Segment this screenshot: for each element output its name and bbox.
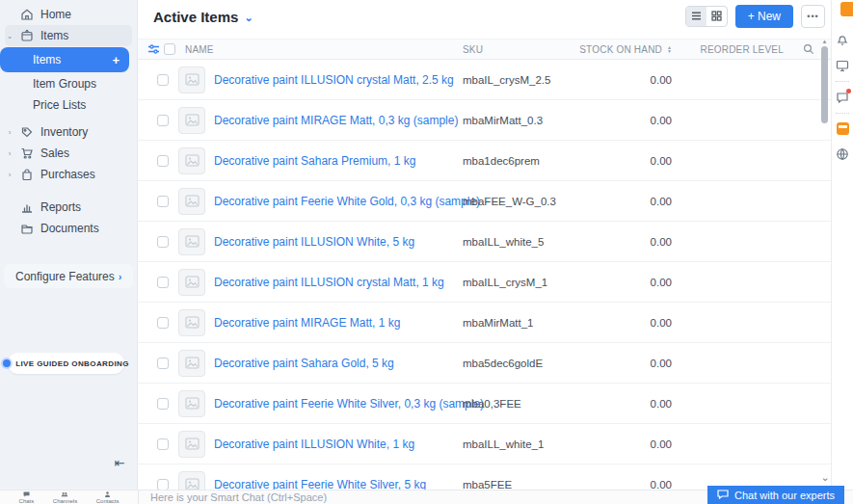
sidebar-subitem-price-lists[interactable]: Price Lists xyxy=(0,94,137,116)
table-row[interactable]: Decorative paint ILLUSION crystal Matt, … xyxy=(138,262,831,303)
item-name-link[interactable]: Decorative paint Feerie White Gold, 0,3 … xyxy=(214,195,480,208)
chat-notification-icon[interactable] xyxy=(836,91,849,104)
item-thumbnail xyxy=(178,107,205,134)
item-sku: mba5FEE xyxy=(463,479,512,491)
sidebar-item-purchases[interactable]: › Purchases xyxy=(0,164,137,185)
chevron-right-icon: › xyxy=(6,149,13,158)
folder-icon xyxy=(20,222,34,235)
monitor-icon[interactable] xyxy=(836,59,849,72)
row-checkbox[interactable] xyxy=(157,115,169,126)
item-sku: mba0,3FEE xyxy=(463,398,521,410)
new-button[interactable]: + New xyxy=(735,5,793,28)
sidebar-item-label: Items xyxy=(33,53,61,66)
row-checkbox[interactable] xyxy=(157,438,169,450)
scroll-up-arrow[interactable]: ▲ xyxy=(820,39,829,44)
search-icon[interactable] xyxy=(803,43,814,55)
sidebar-subitem-items-active[interactable]: Items + xyxy=(0,47,129,72)
configure-features-link[interactable]: Configure Features › xyxy=(4,264,133,288)
item-name-link[interactable]: Decorative paint MIRAGE Matt, 1 kg xyxy=(214,316,400,330)
help-badge-icon[interactable] xyxy=(840,2,853,16)
grid-view-button[interactable] xyxy=(706,7,727,26)
table-row[interactable]: Decorative paint Feerie White Gold, 0,3 … xyxy=(138,181,831,222)
row-checkbox[interactable] xyxy=(157,236,169,248)
table-row[interactable]: Decorative paint MIRAGE Matt, 0,3 kg (sa… xyxy=(138,100,831,141)
item-stock-on-hand: 0.00 xyxy=(552,277,672,288)
item-sku: mba5dec6goldE xyxy=(463,358,543,369)
table-row[interactable]: Decorative paint ILLUSION White, 1 kg mb… xyxy=(138,424,831,464)
sidebar-item-home[interactable]: Home xyxy=(0,4,137,25)
dock-chats-button[interactable]: Chats xyxy=(19,491,35,504)
chat-bubble-icon xyxy=(717,490,729,501)
item-name-link[interactable]: Decorative paint Sahara Premium, 1 kg xyxy=(214,154,415,168)
row-checkbox[interactable] xyxy=(157,155,169,167)
configure-features-label: Configure Features xyxy=(15,270,115,283)
table-row[interactable]: Decorative paint ILLUSION crystal Matt, … xyxy=(138,60,831,100)
column-header-reorder[interactable]: REORDER LEVEL xyxy=(678,44,784,55)
table-row[interactable]: Decorative paint Sahara Gold, 5 kg mba5d… xyxy=(138,343,831,384)
column-header-name[interactable]: NAME xyxy=(185,44,214,55)
item-sku: mbaFEE_W-G_0.3 xyxy=(463,196,556,207)
sidebar-item-label: Home xyxy=(40,8,71,21)
sidebar-item-label: Documents xyxy=(40,222,99,235)
page-title[interactable]: Active Items xyxy=(153,9,238,25)
item-name-link[interactable]: Decorative paint Feerie White Silver, 0,… xyxy=(214,397,484,411)
more-menu-button[interactable]: ••• xyxy=(801,5,825,28)
table-header: NAME SKU STOCK ON HAND ▲▼ REORDER LEVEL xyxy=(138,39,831,60)
chat-with-experts-label: Chat with our experts xyxy=(734,490,835,501)
sidebar-item-reports[interactable]: Reports xyxy=(0,197,137,218)
item-name-link[interactable]: Decorative paint Sahara Gold, 5 kg xyxy=(214,357,394,370)
live-guided-onboarding-pill[interactable]: LIVE GUIDED ONBOARDING xyxy=(8,353,124,374)
item-name-link[interactable]: Decorative paint ILLUSION White, 1 kg xyxy=(214,438,414,451)
column-settings-icon[interactable] xyxy=(147,43,160,56)
sidebar-item-sales[interactable]: › Sales xyxy=(0,143,137,164)
chat-dock: Chats Channels Contacts xyxy=(0,491,138,504)
sidebar-item-inventory[interactable]: › Inventory xyxy=(0,121,137,143)
table-row[interactable]: Decorative paint Feerie White Silver, 0,… xyxy=(138,384,831,424)
select-all-checkbox[interactable] xyxy=(164,43,175,55)
apps-orange-icon[interactable] xyxy=(837,122,849,135)
table-row[interactable]: Decorative paint Sahara Premium, 1 kg mb… xyxy=(138,141,831,181)
column-header-stock[interactable]: STOCK ON HAND xyxy=(543,44,662,55)
scrollbar-thumb[interactable] xyxy=(821,46,828,123)
chat-with-experts-button[interactable]: Chat with our experts xyxy=(707,486,844,504)
row-checkbox[interactable] xyxy=(157,317,169,329)
chevron-right-icon: › xyxy=(6,171,13,179)
list-view-button[interactable] xyxy=(686,7,706,26)
row-checkbox[interactable] xyxy=(157,358,169,369)
add-item-icon[interactable]: + xyxy=(112,53,120,67)
item-name-link[interactable]: Decorative paint ILLUSION crystal Matt, … xyxy=(214,276,444,289)
item-name-link[interactable]: Decorative paint MIRAGE Matt, 0,3 kg (sa… xyxy=(214,114,458,127)
globe-icon[interactable] xyxy=(836,147,849,161)
table-row[interactable]: Decorative paint MIRAGE Matt, 1 kg mbaMi… xyxy=(138,303,831,343)
row-checkbox[interactable] xyxy=(157,277,169,288)
title-chevron-down-icon[interactable]: ⌄ xyxy=(244,12,253,24)
row-checkbox[interactable] xyxy=(157,196,169,207)
sidebar-item-items[interactable]: ⌄ Items xyxy=(5,25,132,46)
dock-contacts-button[interactable]: Contacts xyxy=(96,491,120,504)
item-thumbnail xyxy=(178,269,205,296)
view-toggle xyxy=(685,6,728,27)
table-row[interactable]: Decorative paint ILLUSION White, 5 kg mb… xyxy=(138,222,831,262)
row-checkbox[interactable] xyxy=(157,479,169,491)
dock-label: Channels xyxy=(53,498,77,504)
item-thumbnail xyxy=(178,147,205,174)
collapse-sidebar-button[interactable]: ⇤ xyxy=(106,451,133,474)
item-thumbnail xyxy=(178,431,205,458)
sidebar-item-documents[interactable]: Documents xyxy=(0,218,137,239)
row-checkbox[interactable] xyxy=(157,74,169,86)
item-name-link[interactable]: Decorative paint ILLUSION crystal Matt, … xyxy=(214,73,454,87)
item-name-link[interactable]: Decorative paint Feerie White Silver, 5 … xyxy=(214,478,426,491)
item-stock-on-hand: 0.00 xyxy=(552,74,672,86)
dock-channels-button[interactable]: Channels xyxy=(53,491,77,504)
item-name-link[interactable]: Decorative paint ILLUSION White, 5 kg xyxy=(214,235,414,249)
item-stock-on-hand: 0.00 xyxy=(552,317,672,329)
sidebar-subitem-item-groups[interactable]: Item Groups xyxy=(0,73,137,94)
sort-icon[interactable]: ▲▼ xyxy=(667,45,672,53)
item-stock-on-hand: 0.00 xyxy=(552,479,672,491)
item-thumbnail xyxy=(178,471,205,491)
bar-chart-icon xyxy=(20,200,34,214)
bell-icon[interactable] xyxy=(836,33,849,46)
row-checkbox[interactable] xyxy=(157,398,169,410)
column-header-sku[interactable]: SKU xyxy=(463,44,483,55)
item-thumbnail xyxy=(178,66,205,93)
